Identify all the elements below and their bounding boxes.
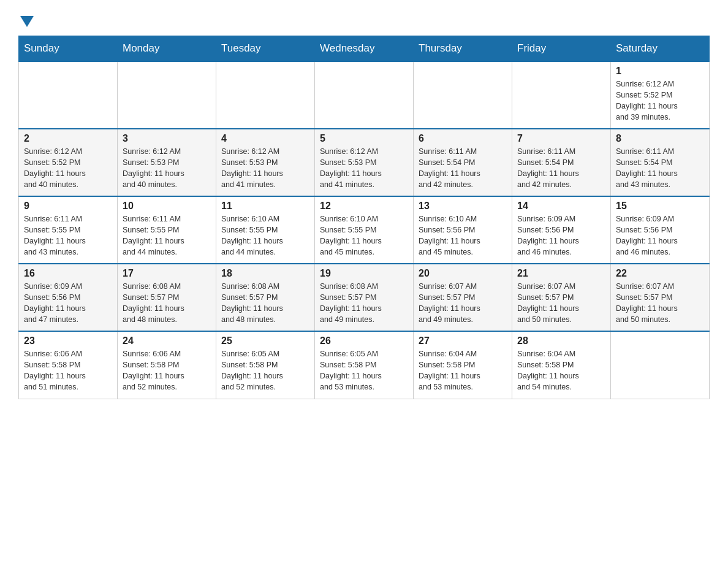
calendar-table: SundayMondayTuesdayWednesdayThursdayFrid… bbox=[18, 36, 710, 399]
calendar-day-cell: 15Sunrise: 6:09 AM Sunset: 5:56 PM Dayli… bbox=[611, 196, 710, 264]
day-sun-info: Sunrise: 6:05 AM Sunset: 5:58 PM Dayligh… bbox=[221, 348, 309, 393]
day-number: 21 bbox=[517, 268, 605, 279]
calendar-day-cell: 27Sunrise: 6:04 AM Sunset: 5:58 PM Dayli… bbox=[414, 331, 512, 399]
calendar-day-cell: 12Sunrise: 6:10 AM Sunset: 5:55 PM Dayli… bbox=[315, 196, 414, 264]
day-number: 25 bbox=[221, 335, 309, 347]
day-sun-info: Sunrise: 6:07 AM Sunset: 5:57 PM Dayligh… bbox=[616, 281, 704, 326]
calendar-day-cell: 6Sunrise: 6:11 AM Sunset: 5:54 PM Daylig… bbox=[414, 129, 512, 196]
calendar-day-cell bbox=[19, 61, 118, 129]
calendar-day-cell bbox=[315, 61, 414, 129]
day-sun-info: Sunrise: 6:10 AM Sunset: 5:55 PM Dayligh… bbox=[221, 213, 309, 258]
calendar-week-row: 2Sunrise: 6:12 AM Sunset: 5:52 PM Daylig… bbox=[19, 129, 710, 196]
day-number: 26 bbox=[320, 335, 408, 347]
day-sun-info: Sunrise: 6:11 AM Sunset: 5:55 PM Dayligh… bbox=[123, 213, 211, 258]
day-sun-info: Sunrise: 6:08 AM Sunset: 5:57 PM Dayligh… bbox=[320, 281, 408, 326]
calendar-day-cell: 5Sunrise: 6:12 AM Sunset: 5:53 PM Daylig… bbox=[315, 129, 414, 196]
day-sun-info: Sunrise: 6:08 AM Sunset: 5:57 PM Dayligh… bbox=[123, 281, 211, 326]
calendar-day-cell: 22Sunrise: 6:07 AM Sunset: 5:57 PM Dayli… bbox=[611, 264, 710, 331]
day-number: 7 bbox=[517, 133, 605, 144]
day-number: 3 bbox=[123, 133, 211, 144]
day-sun-info: Sunrise: 6:09 AM Sunset: 5:56 PM Dayligh… bbox=[517, 213, 605, 258]
calendar-day-cell: 14Sunrise: 6:09 AM Sunset: 5:56 PM Dayli… bbox=[512, 196, 611, 264]
day-sun-info: Sunrise: 6:04 AM Sunset: 5:58 PM Dayligh… bbox=[419, 348, 507, 393]
calendar-day-cell: 23Sunrise: 6:06 AM Sunset: 5:58 PM Dayli… bbox=[19, 331, 118, 399]
day-of-week-header: Thursday bbox=[414, 36, 512, 62]
logo bbox=[18, 12, 37, 29]
calendar-day-cell: 13Sunrise: 6:10 AM Sunset: 5:56 PM Dayli… bbox=[414, 196, 512, 264]
calendar-day-cell bbox=[216, 61, 315, 129]
day-sun-info: Sunrise: 6:06 AM Sunset: 5:58 PM Dayligh… bbox=[24, 348, 112, 393]
calendar-day-cell: 24Sunrise: 6:06 AM Sunset: 5:58 PM Dayli… bbox=[118, 331, 216, 399]
day-sun-info: Sunrise: 6:12 AM Sunset: 5:53 PM Dayligh… bbox=[320, 146, 408, 191]
day-number: 17 bbox=[123, 268, 211, 279]
calendar-day-cell: 28Sunrise: 6:04 AM Sunset: 5:58 PM Dayli… bbox=[512, 331, 611, 399]
calendar-day-cell: 18Sunrise: 6:08 AM Sunset: 5:57 PM Dayli… bbox=[216, 264, 315, 331]
calendar-day-cell: 1Sunrise: 6:12 AM Sunset: 5:52 PM Daylig… bbox=[611, 61, 710, 129]
day-sun-info: Sunrise: 6:08 AM Sunset: 5:57 PM Dayligh… bbox=[221, 281, 309, 326]
day-number: 2 bbox=[24, 133, 112, 144]
day-sun-info: Sunrise: 6:11 AM Sunset: 5:54 PM Dayligh… bbox=[517, 146, 605, 191]
day-sun-info: Sunrise: 6:12 AM Sunset: 5:53 PM Dayligh… bbox=[221, 146, 309, 191]
day-number: 5 bbox=[320, 133, 408, 144]
calendar-week-row: 16Sunrise: 6:09 AM Sunset: 5:56 PM Dayli… bbox=[19, 264, 710, 331]
calendar-day-cell: 7Sunrise: 6:11 AM Sunset: 5:54 PM Daylig… bbox=[512, 129, 611, 196]
calendar-day-cell: 2Sunrise: 6:12 AM Sunset: 5:52 PM Daylig… bbox=[19, 129, 118, 196]
calendar-week-row: 23Sunrise: 6:06 AM Sunset: 5:58 PM Dayli… bbox=[19, 331, 710, 399]
calendar-day-cell bbox=[512, 61, 611, 129]
day-number: 22 bbox=[616, 268, 704, 279]
day-sun-info: Sunrise: 6:11 AM Sunset: 5:54 PM Dayligh… bbox=[419, 146, 507, 191]
svg-marker-0 bbox=[20, 16, 34, 27]
day-sun-info: Sunrise: 6:09 AM Sunset: 5:56 PM Dayligh… bbox=[24, 281, 112, 326]
day-number: 24 bbox=[123, 335, 211, 347]
day-number: 28 bbox=[517, 335, 605, 347]
calendar-day-cell: 4Sunrise: 6:12 AM Sunset: 5:53 PM Daylig… bbox=[216, 129, 315, 196]
calendar-day-cell bbox=[118, 61, 216, 129]
day-number: 27 bbox=[419, 335, 507, 347]
day-number: 10 bbox=[123, 201, 211, 212]
day-number: 1 bbox=[616, 66, 704, 77]
day-of-week-header: Saturday bbox=[611, 36, 710, 62]
calendar-day-cell bbox=[414, 61, 512, 129]
day-sun-info: Sunrise: 6:12 AM Sunset: 5:52 PM Dayligh… bbox=[24, 146, 112, 191]
day-of-week-header: Sunday bbox=[19, 36, 118, 62]
page-header bbox=[18, 12, 710, 29]
day-number: 11 bbox=[221, 201, 309, 212]
day-sun-info: Sunrise: 6:11 AM Sunset: 5:54 PM Dayligh… bbox=[616, 146, 704, 191]
day-number: 18 bbox=[221, 268, 309, 279]
day-of-week-header: Monday bbox=[118, 36, 216, 62]
day-sun-info: Sunrise: 6:12 AM Sunset: 5:53 PM Dayligh… bbox=[123, 146, 211, 191]
day-number: 8 bbox=[616, 133, 704, 144]
day-number: 14 bbox=[517, 201, 605, 212]
calendar-day-cell: 9Sunrise: 6:11 AM Sunset: 5:55 PM Daylig… bbox=[19, 196, 118, 264]
calendar-day-cell: 11Sunrise: 6:10 AM Sunset: 5:55 PM Dayli… bbox=[216, 196, 315, 264]
day-number: 20 bbox=[419, 268, 507, 279]
day-number: 23 bbox=[24, 335, 112, 347]
calendar-day-cell: 16Sunrise: 6:09 AM Sunset: 5:56 PM Dayli… bbox=[19, 264, 118, 331]
day-number: 6 bbox=[419, 133, 507, 144]
calendar-day-cell: 26Sunrise: 6:05 AM Sunset: 5:58 PM Dayli… bbox=[315, 331, 414, 399]
day-of-week-header: Friday bbox=[512, 36, 611, 62]
calendar-day-cell: 10Sunrise: 6:11 AM Sunset: 5:55 PM Dayli… bbox=[118, 196, 216, 264]
calendar-day-cell: 19Sunrise: 6:08 AM Sunset: 5:57 PM Dayli… bbox=[315, 264, 414, 331]
calendar-day-cell: 3Sunrise: 6:12 AM Sunset: 5:53 PM Daylig… bbox=[118, 129, 216, 196]
day-number: 12 bbox=[320, 201, 408, 212]
day-sun-info: Sunrise: 6:09 AM Sunset: 5:56 PM Dayligh… bbox=[616, 213, 704, 258]
calendar-day-cell: 8Sunrise: 6:11 AM Sunset: 5:54 PM Daylig… bbox=[611, 129, 710, 196]
day-sun-info: Sunrise: 6:05 AM Sunset: 5:58 PM Dayligh… bbox=[320, 348, 408, 393]
day-sun-info: Sunrise: 6:12 AM Sunset: 5:52 PM Dayligh… bbox=[616, 79, 704, 123]
calendar-week-row: 1Sunrise: 6:12 AM Sunset: 5:52 PM Daylig… bbox=[19, 61, 710, 129]
day-sun-info: Sunrise: 6:10 AM Sunset: 5:56 PM Dayligh… bbox=[419, 213, 507, 258]
day-sun-info: Sunrise: 6:06 AM Sunset: 5:58 PM Dayligh… bbox=[123, 348, 211, 393]
day-number: 15 bbox=[616, 201, 704, 212]
day-number: 4 bbox=[221, 133, 309, 144]
day-number: 13 bbox=[419, 201, 507, 212]
calendar-day-cell: 20Sunrise: 6:07 AM Sunset: 5:57 PM Dayli… bbox=[414, 264, 512, 331]
calendar-week-row: 9Sunrise: 6:11 AM Sunset: 5:55 PM Daylig… bbox=[19, 196, 710, 264]
day-sun-info: Sunrise: 6:07 AM Sunset: 5:57 PM Dayligh… bbox=[517, 281, 605, 326]
calendar-day-cell: 25Sunrise: 6:05 AM Sunset: 5:58 PM Dayli… bbox=[216, 331, 315, 399]
day-of-week-header: Tuesday bbox=[216, 36, 315, 62]
logo-arrow-icon bbox=[20, 16, 34, 29]
calendar-header-row: SundayMondayTuesdayWednesdayThursdayFrid… bbox=[19, 36, 710, 62]
day-sun-info: Sunrise: 6:10 AM Sunset: 5:55 PM Dayligh… bbox=[320, 213, 408, 258]
day-of-week-header: Wednesday bbox=[315, 36, 414, 62]
